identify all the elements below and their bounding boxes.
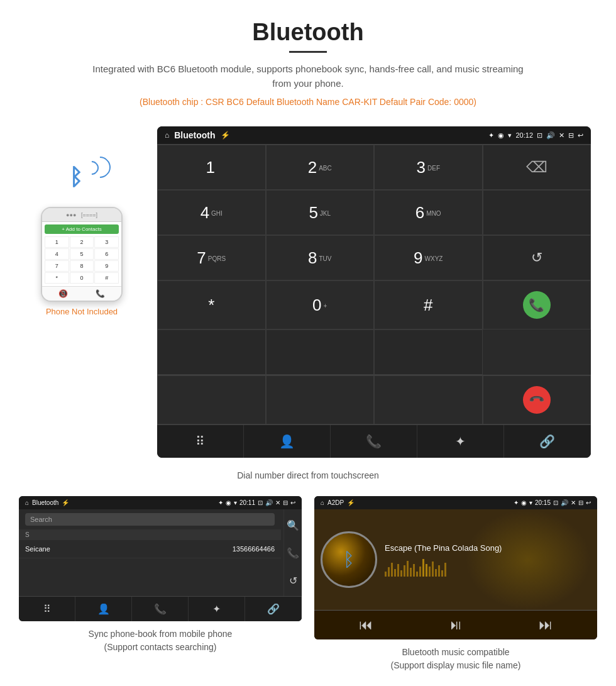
dial-row5-empty2: [266, 329, 375, 375]
dial-key-hangup[interactable]: 📞: [483, 375, 591, 424]
end-row-empty2: [266, 375, 375, 424]
volume-icon: 🔊: [546, 131, 555, 140]
dial-key-1[interactable]: 1: [157, 145, 266, 190]
phone-key-4: 4: [45, 248, 69, 260]
bar16: [432, 562, 434, 577]
wifi-status-icon: ▾: [508, 131, 512, 140]
pb-search-bar: Search: [19, 509, 281, 529]
tech-info: (Bluetooth chip : CSR BC6 Default Blueto…: [88, 96, 528, 109]
pb-close-icon: ✕: [275, 499, 280, 506]
pb-cam-icon: ⊡: [258, 499, 263, 506]
pb-back-icon: ↩: [290, 499, 295, 506]
pb-phone-icon[interactable]: 📞: [132, 597, 189, 621]
bar1: [385, 572, 387, 577]
phone-bottom-bar: 📵 📞: [42, 286, 121, 301]
bar6: [400, 570, 402, 577]
pb-time: 20:11: [239, 499, 255, 506]
link-icon-btn[interactable]: 🔗: [504, 425, 591, 458]
music-close-icon: ✕: [571, 499, 576, 506]
contacts-icon-btn[interactable]: 👤: [244, 425, 331, 458]
hang-up-button[interactable]: 📞: [517, 380, 556, 419]
pb-bt-icon: ✦: [218, 499, 223, 506]
pb-refresh-side-icon[interactable]: ↺: [289, 575, 297, 587]
music-content: ᛒ Escape (The Pina Colada Song): [314, 509, 597, 610]
bt-connect-icon-btn[interactable]: ✦: [417, 425, 504, 458]
music-status-left: ⌂ A2DP ⚡: [321, 499, 355, 506]
end-row-empty1: [157, 375, 266, 424]
dialpad-icon-btn[interactable]: ⠿: [157, 425, 244, 458]
phonebook-screen: ⌂ Bluetooth ⚡ ✦ ◉ ▾ 20:11 ⊡ 🔊 ✕ ⊟ ↩: [19, 496, 302, 621]
phone-key-0: 0: [70, 272, 94, 284]
phone-key-8: 8: [70, 260, 94, 272]
pb-contacts-icon[interactable]: 👤: [75, 597, 132, 621]
phone-end-icon: 📵: [58, 289, 68, 298]
pb-contact-row-seicane[interactable]: Seicane 13566664466: [19, 540, 281, 558]
pb-bt-bottom-icon[interactable]: ✦: [189, 597, 245, 621]
dial-key-0[interactable]: 0+: [266, 280, 375, 329]
dial-key-refresh[interactable]: ↺: [483, 235, 591, 280]
music-title: A2DP: [327, 499, 344, 506]
pb-right-icons: 🔍 📞 ↺: [283, 509, 302, 596]
pb-link-icon[interactable]: 🔗: [245, 597, 302, 621]
window-icon: ⊟: [568, 131, 574, 140]
dial-key-2[interactable]: 2ABC: [266, 145, 375, 190]
bar10: [413, 564, 415, 577]
bar3: [391, 563, 393, 577]
music-caption-line1: Bluetooth music compatible: [402, 647, 509, 657]
back-icon: ↩: [578, 131, 583, 140]
dial-key-9[interactable]: 9WXYZ: [374, 235, 483, 280]
page-header: Bluetooth Integrated with BC6 Bluetooth …: [0, 0, 616, 120]
dial-key-star[interactable]: *: [157, 280, 266, 329]
music-play-btn[interactable]: ⏯: [449, 617, 463, 633]
dial-key-hash[interactable]: #: [374, 280, 483, 329]
music-location-icon: ◉: [521, 499, 527, 506]
music-album-art: ᛒ: [321, 531, 377, 588]
dial-key-call-green[interactable]: 📞: [483, 280, 591, 329]
phone-key-star: *: [45, 272, 69, 284]
calls-icon-btn[interactable]: 📞: [331, 425, 417, 458]
bottom-screenshots: ⌂ Bluetooth ⚡ ✦ ◉ ▾ 20:11 ⊡ 🔊 ✕ ⊟ ↩: [0, 490, 616, 685]
dial-key-empty-2: [483, 190, 591, 235]
dial-key-3[interactable]: 3DEF: [374, 145, 483, 190]
pb-contact-col: Search S Seicane 13566664466: [19, 509, 281, 596]
pb-location-icon: ◉: [226, 499, 231, 506]
pb-status-left: ⌂ Bluetooth ⚡: [25, 499, 69, 506]
music-screen: ⌂ A2DP ⚡ ✦ ◉ ▾ 20:15 ⊡ 🔊 ✕ ⊟ ↩: [314, 496, 597, 639]
pb-main-area: Search S Seicane 13566664466 🔍 📞 ↺: [19, 509, 302, 596]
dial-key-backspace[interactable]: ⌫: [483, 145, 591, 190]
pb-search-field[interactable]: Search: [25, 513, 275, 526]
dial-key-6[interactable]: 6MNO: [374, 190, 483, 235]
phone-call-icon: 📞: [96, 289, 105, 298]
bluetooth-symbol-icon: ᛒ: [69, 164, 83, 191]
bar20: [444, 563, 446, 577]
bar13: [422, 559, 424, 577]
pb-call-side-icon[interactable]: 📞: [287, 547, 299, 559]
bar19: [441, 570, 443, 577]
end-row-empty3: [374, 375, 483, 424]
pb-grid-icon[interactable]: ⠿: [19, 597, 75, 621]
dial-key-8[interactable]: 8TUV: [266, 235, 375, 280]
bar8: [407, 561, 409, 577]
location-icon: ◉: [498, 131, 504, 140]
dial-key-7[interactable]: 7PQRS: [157, 235, 266, 280]
pb-section-s: S: [19, 529, 281, 540]
music-status-bar: ⌂ A2DP ⚡ ✦ ◉ ▾ 20:15 ⊡ 🔊 ✕ ⊟ ↩: [314, 496, 597, 509]
music-prev-btn[interactable]: ⏮: [359, 617, 373, 633]
pb-search-side-icon[interactable]: 🔍: [287, 519, 299, 531]
call-green-button[interactable]: 📞: [523, 291, 551, 319]
dial-key-5[interactable]: 5JKL: [266, 190, 375, 235]
pb-title: Bluetooth: [32, 499, 58, 506]
phonebook-item: ⌂ Bluetooth ⚡ ✦ ◉ ▾ 20:11 ⊡ 🔊 ✕ ⊟ ↩: [19, 496, 302, 672]
dial-caption: Dial number direct from touchscreen: [0, 464, 616, 490]
bar9: [410, 568, 412, 577]
phone-not-included-label: Phone Not Included: [46, 307, 118, 316]
signal-arc-2: [85, 152, 115, 182]
music-next-btn[interactable]: ⏭: [539, 617, 553, 633]
call-green-icon: 📞: [529, 297, 544, 313]
phone-key-6: 6: [94, 248, 119, 260]
usb-icon: ⚡: [221, 131, 230, 140]
phone-top-bar: ●●● [====]: [42, 208, 121, 222]
dialpad-bottom-bar: ⠿ 👤 📞 ✦ 🔗: [157, 424, 591, 458]
screen-bluetooth-title: Bluetooth: [174, 130, 215, 140]
dial-key-4[interactable]: 4GHI: [157, 190, 266, 235]
